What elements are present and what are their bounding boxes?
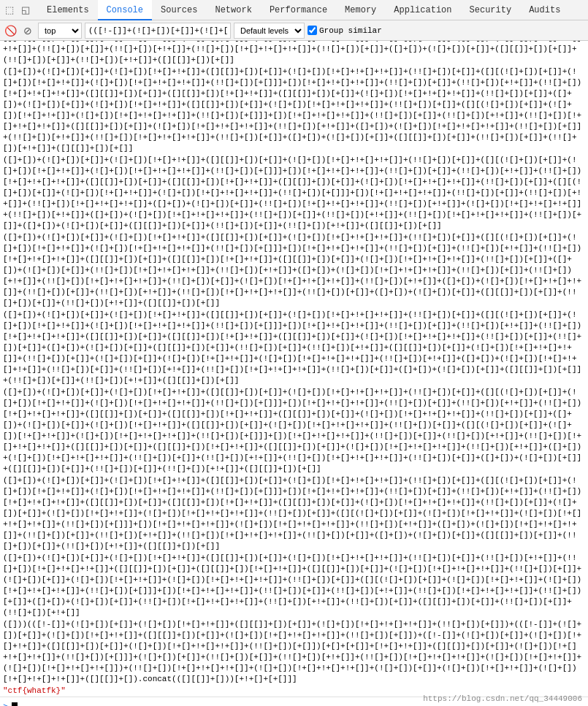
console-output: ([]+[])+(![]+[])[+[]]+(![]+[])[!+[]+!+[]… (0, 41, 588, 686)
console-input-row: > (0, 697, 588, 706)
console-line-last: ([]+[])+(![]+[])[+[]]+(![]+[])[!+[]+!+[]… (0, 553, 588, 619)
console-line-obfuscated: ([]))(([!-[]]+(![]+[])[+[]]+(![]+[])[!+[… (0, 619, 588, 686)
tab-console[interactable]: Console (98, 0, 152, 20)
group-similar-text: Group similar (319, 26, 382, 35)
context-selector[interactable]: top (38, 23, 82, 39)
filter-input[interactable] (85, 23, 231, 39)
tab-sources[interactable]: Sources (152, 0, 206, 20)
console-line: ([]+[])+(![]+[])[+[]]+(![]+[])[!+[]+!+[]… (0, 41, 588, 66)
console-line: ([]+[])+(![]+[])[+[]]+(![]+[])[!+[]+!+[]… (0, 475, 588, 553)
tab-application[interactable]: Application (385, 0, 460, 20)
console-line: ([]+[])+(![]+[])[+[]]+(![]+[])[!+[]+!+[]… (0, 387, 588, 475)
console-prompt: > (3, 702, 9, 706)
group-similar-label[interactable]: Group similar (308, 26, 382, 35)
console-toolbar: 🚫 ⊘ top Default levels Group similar (0, 20, 588, 41)
console-line: ([]+[])+(![]+[])[+[]]+(![]+[])[!+[]+!+[]… (0, 232, 588, 310)
console-cursor (12, 702, 18, 707)
ctf-result-line: "ctf{whatfk}" (0, 686, 588, 697)
tab-network[interactable]: Network (206, 0, 260, 20)
clear-console-button[interactable]: 🚫 (3, 23, 18, 38)
console-line: ([]+[])+(![]+[])[+[]]+(![]+[])[!+[]+!+[]… (0, 66, 588, 155)
inspect-icon[interactable]: ⬚ (3, 4, 16, 17)
console-line: ([]+[])+(![]+[])[+[]]+(![]+[])[!+[]+!+[]… (0, 310, 588, 387)
tab-audits[interactable]: Audits (520, 0, 569, 20)
tab-elements[interactable]: Elements (38, 0, 98, 20)
tab-memory[interactable]: Memory (336, 0, 385, 20)
tab-performance[interactable]: Performance (261, 0, 336, 20)
device-icon[interactable]: ◱ (19, 4, 32, 17)
devtools-tab-bar: ⬚ ◱ Elements Console Sources Network Per… (0, 0, 588, 20)
stop-recording-button[interactable]: ⊘ (20, 23, 35, 38)
console-line: ([]+[])+(![]+[])[+[]]+(![]+[])[!+[]+!+[]… (0, 155, 588, 232)
tab-security[interactable]: Security (461, 0, 521, 20)
group-similar-checkbox[interactable] (308, 26, 317, 35)
levels-selector[interactable]: Default levels (234, 23, 305, 39)
tab-icon-group: ⬚ ◱ (3, 4, 32, 17)
